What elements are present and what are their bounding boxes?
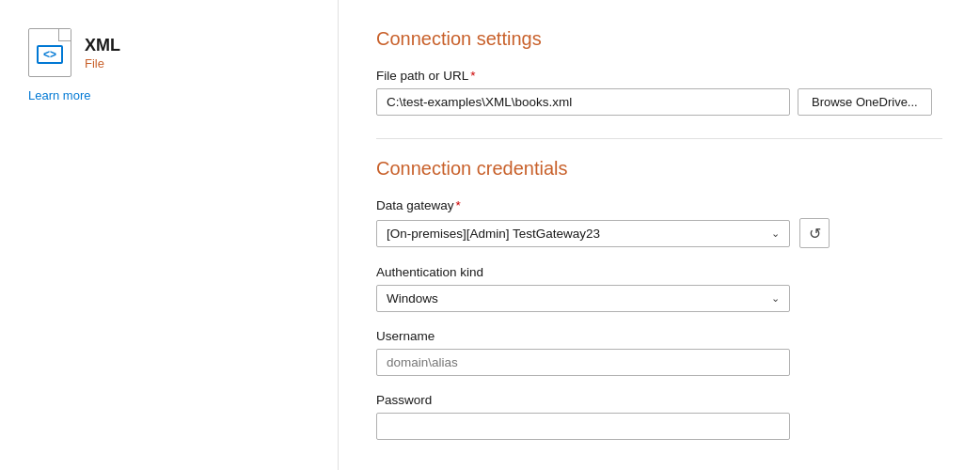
data-gateway-row: [On-premises][Admin] TestGateway23 ⌄ ↺ bbox=[376, 218, 942, 248]
sidebar-title-group: XML File bbox=[85, 36, 120, 70]
xml-icon-inner: <> bbox=[37, 45, 63, 64]
password-field-group: Password bbox=[376, 393, 942, 440]
username-input[interactable] bbox=[376, 349, 790, 376]
sidebar: <> XML File Learn more bbox=[0, 0, 339, 470]
file-path-field-group: File path or URL* Browse OneDrive... bbox=[376, 69, 942, 116]
refresh-icon: ↺ bbox=[809, 225, 821, 243]
connection-credentials-title: Connection credentials bbox=[376, 158, 942, 180]
file-path-input[interactable] bbox=[376, 88, 790, 116]
xml-file-icon: <> bbox=[28, 28, 71, 77]
username-field-group: Username bbox=[376, 329, 942, 376]
data-gateway-field-group: Data gateway* [On-premises][Admin] TestG… bbox=[376, 198, 942, 248]
sidebar-title: XML bbox=[85, 36, 120, 55]
xml-arrows-icon: <> bbox=[43, 49, 56, 60]
refresh-button[interactable]: ↺ bbox=[799, 218, 830, 248]
connection-credentials-section: Connection credentials Data gateway* [On… bbox=[376, 158, 942, 440]
sidebar-icon-area: <> XML File bbox=[28, 28, 120, 77]
learn-more-link[interactable]: Learn more bbox=[28, 88, 90, 102]
section-divider bbox=[376, 138, 942, 139]
auth-chevron-icon: ⌄ bbox=[771, 292, 780, 305]
gateway-chevron-icon: ⌄ bbox=[771, 227, 780, 240]
data-gateway-select[interactable]: [On-premises][Admin] TestGateway23 ⌄ bbox=[376, 220, 790, 247]
auth-kind-field-group: Authentication kind Windows ⌄ bbox=[376, 265, 942, 312]
main-content: Connection settings File path or URL* Br… bbox=[339, 0, 980, 470]
connection-settings-section: Connection settings bbox=[376, 28, 942, 50]
file-path-input-row: Browse OneDrive... bbox=[376, 88, 942, 116]
auth-kind-label: Authentication kind bbox=[376, 265, 942, 279]
auth-kind-row: Windows ⌄ bbox=[376, 285, 942, 312]
password-label: Password bbox=[376, 393, 942, 407]
file-path-label: File path or URL* bbox=[376, 69, 942, 83]
connection-settings-title: Connection settings bbox=[376, 28, 942, 50]
browse-onedrive-button[interactable]: Browse OneDrive... bbox=[798, 88, 932, 116]
username-label: Username bbox=[376, 329, 942, 343]
data-gateway-label: Data gateway* bbox=[376, 198, 942, 212]
sidebar-subtitle: File bbox=[85, 56, 120, 70]
auth-kind-select[interactable]: Windows ⌄ bbox=[376, 285, 790, 312]
password-input[interactable] bbox=[376, 413, 790, 440]
